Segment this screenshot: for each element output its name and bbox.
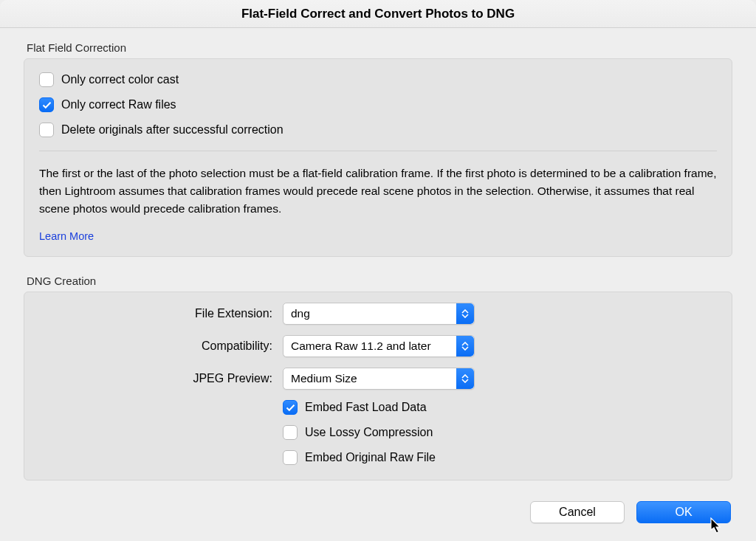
embed-original-checkbox[interactable]	[283, 450, 298, 465]
compatibility-select[interactable]: Camera Raw 11.2 and later	[283, 335, 475, 357]
updown-icon	[456, 368, 474, 389]
only-color-cast-label: Only correct color cast	[61, 73, 179, 86]
embed-fast-load-checkbox[interactable]	[283, 400, 298, 415]
learn-more-link[interactable]: Learn More	[39, 230, 94, 242]
file-extension-label: File Extension:	[39, 307, 283, 320]
flat-field-info-text: The first or the last of the photo selec…	[39, 165, 717, 218]
only-color-cast-checkbox[interactable]	[39, 72, 54, 87]
dng-creation-label: DNG Creation	[27, 275, 732, 287]
embed-original-label: Embed Original Raw File	[305, 451, 436, 464]
use-lossy-checkbox[interactable]	[283, 425, 298, 440]
ok-button[interactable]: OK	[636, 501, 731, 523]
window-title: Flat-Field Correct and Convert Photos to…	[0, 0, 756, 28]
updown-icon	[456, 303, 474, 324]
delete-originals-label: Delete originals after successful correc…	[61, 123, 284, 137]
jpeg-preview-label: JPEG Preview:	[39, 372, 283, 385]
only-raw-label: Only correct Raw files	[61, 98, 176, 111]
flat-field-label: Flat Field Correction	[27, 41, 732, 54]
dng-creation-group: File Extension: dng Compatibility: Camer…	[24, 292, 732, 480]
compatibility-label: Compatibility:	[39, 340, 283, 353]
file-extension-value: dng	[291, 307, 310, 320]
updown-icon	[456, 336, 474, 356]
only-raw-checkbox[interactable]	[39, 97, 54, 112]
use-lossy-label: Use Lossy Compression	[305, 426, 433, 439]
jpeg-preview-value: Medium Size	[291, 372, 357, 385]
flat-field-group: Only correct color cast Only correct Raw…	[24, 58, 732, 257]
embed-fast-load-label: Embed Fast Load Data	[305, 401, 427, 414]
cancel-button[interactable]: Cancel	[530, 501, 625, 523]
divider	[39, 151, 717, 151]
file-extension-select[interactable]: dng	[283, 303, 475, 325]
jpeg-preview-select[interactable]: Medium Size	[283, 368, 475, 390]
delete-originals-checkbox[interactable]	[39, 123, 54, 137]
button-bar: Cancel OK	[530, 501, 731, 523]
compatibility-value: Camera Raw 11.2 and later	[291, 340, 431, 353]
